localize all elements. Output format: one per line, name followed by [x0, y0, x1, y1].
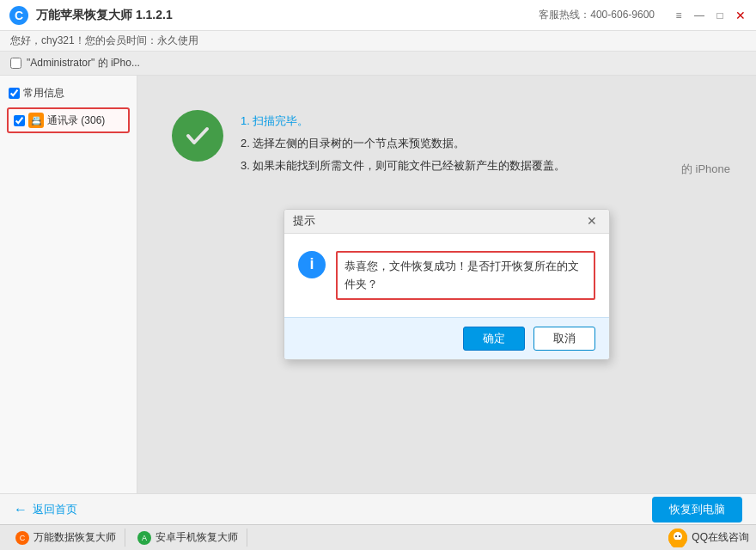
info-icon: i — [298, 251, 326, 278]
device-bar: "Administrator" 的 iPho... — [0, 52, 756, 76]
user-info: 您好，chy321！您的会员时间：永久使用 — [10, 34, 198, 48]
taskbar-item2-label: 安卓手机恢复大师 — [155, 530, 238, 545]
content-area: 1. 扫描完毕。 2. 选择左侧的目录树的一个节点来预览数据。 3. 如果未能找… — [137, 76, 756, 493]
title-bar: C 万能苹果恢复大师 1.1.2.1 客服热线：400-606-9600 ≡ —… — [0, 0, 756, 31]
sidebar-item-contacts[interactable]: 📇 通讯录 (306) — [7, 107, 130, 133]
maximize-button[interactable]: □ — [713, 9, 727, 22]
recover-button[interactable]: 恢复到电脑 — [652, 497, 742, 522]
device-checkbox[interactable] — [10, 58, 21, 69]
dialog-title: 提示 — [293, 213, 583, 229]
main-layout: 常用信息 📇 通讯录 (306) 1. 扫描完毕。 2. 选择左侧的目录树的一个… — [0, 76, 756, 493]
dialog-titlebar: 提示 ✕ — [284, 210, 609, 234]
dialog: 提示 ✕ i 恭喜您，文件恢复成功！是否打开恢复所在的文件夹？ 确定 取消 — [284, 209, 610, 361]
qq-label: QQ在线咨询 — [692, 530, 749, 545]
contacts-label: 通讯录 (306) — [47, 113, 105, 128]
dialog-message: 恭喜您，文件恢复成功！是否打开恢复所在的文件夹？ — [336, 251, 595, 301]
dialog-close-button[interactable]: ✕ — [583, 212, 601, 229]
menu-icon[interactable]: ≡ — [672, 9, 686, 22]
close-button[interactable]: ✕ — [734, 9, 747, 22]
qq-online-support[interactable]: QQ在线咨询 — [668, 529, 749, 547]
svg-point-6 — [679, 535, 680, 537]
dialog-footer: 确定 取消 — [284, 317, 609, 359]
window-controls: ≡ — □ ✕ — [672, 9, 747, 22]
app-logo: C — [9, 5, 29, 26]
taskbar-item1-label: 万能数据恢复大师 — [34, 530, 116, 545]
bottom-bar: ← 返回首页 恢复到电脑 — [0, 493, 756, 524]
contact-icon: 📇 — [28, 113, 44, 128]
svg-point-3 — [674, 532, 682, 541]
taskbar-item-android-recovery[interactable]: A 安卓手机恢复大师 — [129, 529, 247, 547]
back-label: 返回首页 — [33, 502, 77, 517]
dialog-body: i 恭喜您，文件恢复成功！是否打开恢复所在的文件夹？ — [284, 234, 609, 318]
data-recovery-icon: C — [15, 531, 29, 545]
cancel-button[interactable]: 取消 — [533, 327, 595, 351]
confirm-button[interactable]: 确定 — [463, 327, 525, 351]
taskbar: C 万能数据恢复大师 A 安卓手机恢复大师 QQ在线咨询 — [0, 524, 756, 550]
sidebar-section-title: 常用信息 — [7, 82, 130, 104]
svg-text:C: C — [15, 9, 23, 22]
sidebar: 常用信息 📇 通讯录 (306) — [0, 76, 137, 493]
section-checkbox[interactable] — [9, 88, 20, 99]
app-title: 万能苹果恢复大师 1.1.2.1 — [36, 8, 539, 23]
phone-number: 客服热线：400-606-9600 — [539, 8, 655, 22]
android-recovery-icon: A — [137, 531, 151, 545]
dialog-overlay: 提示 ✕ i 恭喜您，文件恢复成功！是否打开恢复所在的文件夹？ 确定 取消 — [137, 76, 756, 493]
qq-avatar-icon — [668, 529, 687, 547]
minimize-button[interactable]: — — [692, 9, 706, 22]
back-button[interactable]: ← 返回首页 — [14, 502, 77, 517]
device-label: "Administrator" 的 iPho... — [27, 56, 140, 70]
sub-header: 您好，chy321！您的会员时间：永久使用 — [0, 31, 756, 52]
taskbar-item-data-recovery[interactable]: C 万能数据恢复大师 — [7, 529, 125, 547]
svg-point-5 — [675, 535, 677, 537]
back-arrow-icon: ← — [14, 502, 27, 517]
contacts-checkbox[interactable] — [14, 115, 25, 126]
